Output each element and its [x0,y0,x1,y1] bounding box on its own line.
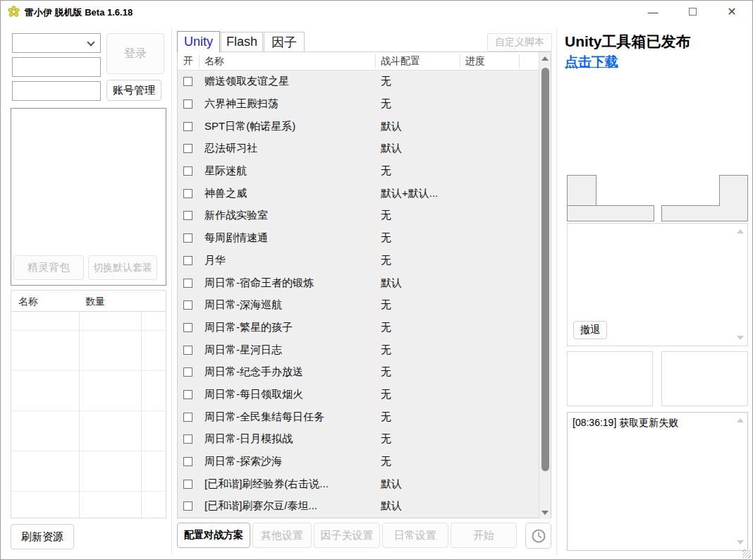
tab-unity[interactable]: Unity [177,31,220,52]
minimize-button[interactable]: — [637,1,669,23]
table-row[interactable]: 周日常-星河日志 无 [178,339,540,361]
task-name[interactable]: 周日常-深海巡航 [199,298,375,312]
task-name[interactable]: 周日常-全民集结每日任务 [199,410,375,424]
task-battle-config[interactable]: 无 [375,365,460,379]
task-enable-checkbox[interactable] [183,211,192,220]
scrollbar-thumb[interactable] [541,68,549,471]
task-enable-checkbox[interactable] [183,501,192,511]
task-battle-config[interactable]: 默认 [375,499,460,513]
task-battle-config[interactable]: 无 [375,388,460,401]
task-battle-config[interactable]: 无 [375,343,460,357]
task-name[interactable]: 周日常-纪念手办放送 [199,365,375,379]
daily-settings-button[interactable]: 日常设置 [382,523,448,548]
task-battle-config[interactable]: 无 [375,432,460,446]
task-battle-config[interactable]: 无 [375,321,460,334]
task-table-scrollbar[interactable] [539,52,551,519]
tab-flash[interactable]: Flash [221,32,263,51]
task-name[interactable]: [已和谐]刷赛尔豆/泰坦... [199,499,375,513]
task-name[interactable]: 六界神王殿扫荡 [199,97,375,111]
table-row[interactable]: 周日常-日月模拟战 无 [178,428,540,451]
scroll-up-icon[interactable] [737,418,744,422]
task-enable-checkbox[interactable] [183,189,192,198]
table-row[interactable]: 周日常-探索沙海 无 [178,451,540,473]
retreat-button[interactable]: 撤退 [573,321,607,339]
task-name[interactable]: 赠送领取友谊之星 [199,75,375,88]
scroll-up-icon[interactable] [737,229,744,233]
pet-bag-button[interactable]: 精灵背包 [13,255,84,280]
task-enable-checkbox[interactable] [183,144,192,153]
task-name[interactable]: 神兽之威 [199,187,375,200]
task-name[interactable]: 月华 [199,254,375,267]
start-button[interactable]: 开始 [451,523,517,548]
task-enable-checkbox[interactable] [183,99,192,109]
task-battle-config[interactable]: 无 [375,231,460,245]
task-enable-checkbox[interactable] [183,279,192,288]
task-name[interactable]: 周日常-探索沙海 [199,455,375,468]
scroll-down-icon[interactable] [737,540,744,544]
task-enable-checkbox[interactable] [183,413,192,422]
task-enable-checkbox[interactable] [183,457,192,466]
task-enable-checkbox[interactable] [183,233,192,243]
scroll-down-icon[interactable] [737,336,744,340]
task-battle-config[interactable]: 无 [375,298,460,312]
other-settings-button[interactable]: 其他设置 [252,523,312,548]
table-row[interactable]: 周日常-宿命王者的锻炼 默认 [178,272,540,294]
account-select[interactable] [12,33,101,53]
table-row[interactable]: 周日常-深海巡航 无 [178,294,540,317]
switch-default-suit-button[interactable]: 切换默认套装 [88,255,157,280]
table-row[interactable]: 神兽之威 默认+默认... [178,182,540,205]
login-button[interactable]: 登录 [106,33,164,74]
table-row[interactable]: 忍法研习社 默认 [178,138,540,160]
close-button[interactable]: ✕ [716,1,748,23]
table-row[interactable]: 赠送领取友谊之星 无 [178,71,540,93]
task-name[interactable]: 周日常-日月模拟战 [199,432,375,446]
table-row[interactable]: 周日常-全民集结每日任务 无 [178,406,540,428]
task-battle-config[interactable]: 无 [375,410,460,424]
task-enable-checkbox[interactable] [183,346,192,355]
table-row[interactable]: 六界神王殿扫荡 无 [178,93,540,116]
task-battle-config[interactable]: 默认 [375,120,460,133]
task-enable-checkbox[interactable] [183,367,192,377]
table-row[interactable]: 周日常-每日领取烟火 无 [178,384,540,406]
task-enable-checkbox[interactable] [183,300,192,310]
task-name[interactable]: 新作战实验室 [199,209,375,222]
schedule-button[interactable] [525,523,551,549]
task-battle-config[interactable]: 无 [375,455,460,468]
task-name[interactable]: [已和谐]刷经验券(右击说... [199,477,375,491]
task-name[interactable]: 周日常-每日领取烟火 [199,388,375,401]
download-link[interactable]: 点击下载 [565,53,618,71]
password-field[interactable] [12,81,101,101]
task-name[interactable]: 周日常-宿命王者的锻炼 [199,276,375,290]
task-name[interactable]: 星际迷航 [199,164,375,178]
task-name[interactable]: 周日常-星河日志 [199,343,375,357]
table-row[interactable]: 月华 无 [178,250,540,272]
tab-factor[interactable]: 因子 [264,32,305,51]
task-name[interactable]: SPT日常(帕诺星系) [199,120,375,133]
battle-plan-config-button[interactable]: 配置对战方案 [177,523,250,548]
table-row[interactable]: 星际迷航 无 [178,160,540,183]
table-row[interactable]: 每周剧情速通 无 [178,227,540,250]
table-row[interactable]: 周日常-繁星的孩子 无 [178,317,540,339]
task-enable-checkbox[interactable] [183,256,192,265]
table-row[interactable]: 周日常-纪念手办放送 无 [178,361,540,384]
table-row[interactable]: 新作战实验室 无 [178,205,540,227]
refresh-resource-button[interactable]: 刷新资源 [11,524,74,549]
task-enable-checkbox[interactable] [183,77,192,86]
scroll-down-icon[interactable] [541,511,549,515]
task-enable-checkbox[interactable] [183,166,192,176]
task-battle-config[interactable]: 默认 [375,142,460,155]
table-row[interactable]: SPT日常(帕诺星系) 默认 [178,115,540,138]
task-battle-config[interactable]: 无 [375,97,460,111]
task-enable-checkbox[interactable] [183,480,192,489]
task-battle-config[interactable]: 无 [375,164,460,178]
task-enable-checkbox[interactable] [183,390,192,399]
maximize-button[interactable] [676,1,709,23]
scroll-up-icon[interactable] [541,56,549,61]
task-enable-checkbox[interactable] [183,122,192,131]
table-row[interactable]: [已和谐]刷经验券(右击说... 默认 [178,473,540,495]
task-enable-checkbox[interactable] [183,323,192,332]
task-battle-config[interactable]: 默认 [375,276,460,290]
task-battle-config[interactable]: 无 [375,209,460,222]
username-field[interactable] [12,57,101,77]
task-battle-config[interactable]: 默认 [375,477,460,491]
